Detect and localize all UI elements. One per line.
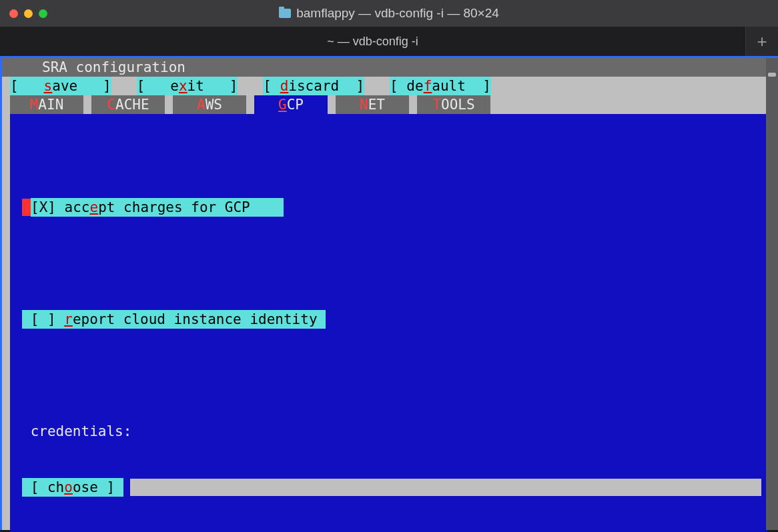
tab-hotkey: T <box>432 97 441 113</box>
tab-aws[interactable]: AWS <box>173 95 246 114</box>
gcp-panel: [X] accept charges for GCP [ ] report cl… <box>10 114 768 532</box>
credentials-path-input[interactable] <box>130 479 761 496</box>
traffic-lights <box>9 9 47 18</box>
tab-net[interactable]: NET <box>336 95 409 114</box>
discard-button[interactable]: [ discard ] <box>263 77 364 95</box>
tab-tools[interactable]: TOOLS <box>417 95 490 114</box>
accept-charges-checkbox[interactable]: [X] accept charges for GCP <box>10 198 768 217</box>
titlebar: bamflappy — vdb-config -i — 80×24 <box>0 0 778 27</box>
terminal-tab[interactable]: ~ — vdb-config -i <box>0 27 746 56</box>
new-tab-button[interactable]: + <box>746 27 778 56</box>
tab-main[interactable]: MAIN <box>10 95 83 114</box>
default-button[interactable]: [ default ] <box>390 77 491 95</box>
tab-label: AIN <box>38 97 63 113</box>
terminal-tabbar: ~ — vdb-config -i + <box>0 27 778 56</box>
zoom-icon[interactable] <box>39 9 47 18</box>
tab-hotkey: N <box>360 97 368 113</box>
exit-button[interactable]: [ exit ] <box>137 77 238 95</box>
tab-hotkey: A <box>197 97 206 113</box>
scrollbar[interactable] <box>766 58 778 530</box>
choose-button[interactable]: [ choose ] <box>22 478 123 497</box>
tab-label: ACHE <box>115 97 149 113</box>
tab-label: ET <box>368 97 385 113</box>
window-title: bamflappy — vdb-config -i — 80×24 <box>0 4 778 23</box>
scrollbar-thumb[interactable] <box>768 73 776 77</box>
credentials-row: [ choose ] <box>10 478 768 497</box>
credentials-label: credentials: <box>10 422 768 441</box>
terminal-content: SRA configuration [ save ] [ exit ] [ di… <box>0 56 778 530</box>
cursor-icon <box>22 199 31 216</box>
tab-label: OOLS <box>441 97 475 113</box>
folder-icon <box>279 9 291 18</box>
tab-label: WS <box>206 97 222 113</box>
window-title-text: bamflappy — vdb-config -i — 80×24 <box>296 4 499 23</box>
save-button[interactable]: [ save ] <box>10 77 111 95</box>
config-tab-row: MAIN CACHE AWS GCP NET TOOLS <box>2 95 776 114</box>
minimize-icon[interactable] <box>24 9 33 18</box>
terminal-tab-label: ~ — vdb-config -i <box>327 32 418 51</box>
app-header: SRA configuration <box>2 58 776 77</box>
tab-hotkey: C <box>107 97 115 113</box>
button-row: [ save ] [ exit ] [ discard ] [ default … <box>2 77 776 95</box>
close-icon[interactable] <box>9 9 18 18</box>
tab-hotkey: G <box>278 97 287 113</box>
tab-label: CP <box>287 97 304 113</box>
tab-cache[interactable]: CACHE <box>91 95 165 114</box>
tab-gcp[interactable]: GCP <box>254 95 328 114</box>
tab-hotkey: M <box>30 97 39 113</box>
report-identity-checkbox[interactable]: [ ] report cloud instance identity <box>10 310 768 329</box>
